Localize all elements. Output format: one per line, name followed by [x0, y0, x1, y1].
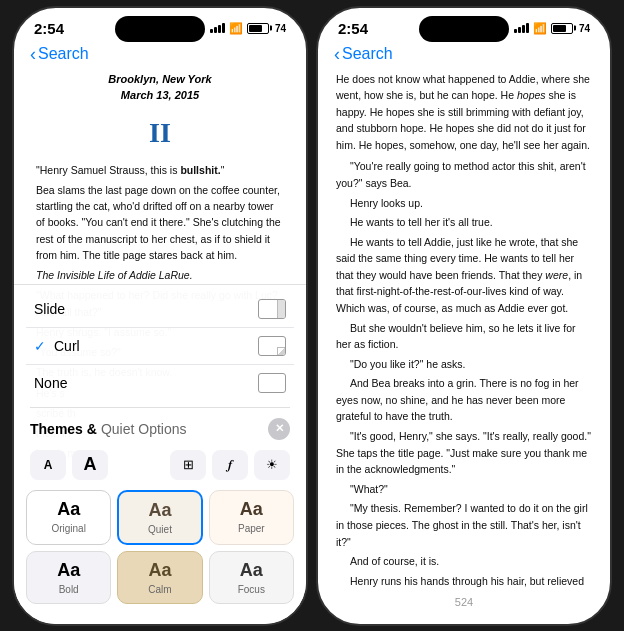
para-1: "Henry Samuel Strauss, this is bullshit.…	[36, 162, 284, 178]
divider-2	[26, 364, 294, 365]
slide-icon	[258, 299, 286, 319]
r-para-12: And of course, it is.	[336, 553, 592, 570]
wifi-icon-right: 📶	[533, 22, 547, 35]
status-bar-left: 2:54 📶 74	[14, 8, 306, 41]
dynamic-island-right	[419, 16, 509, 42]
theme-bold-preview: Aa	[57, 560, 80, 581]
nav-bar-left: ‹ Search	[14, 41, 306, 71]
theme-bold-label: Bold	[59, 584, 79, 595]
r-para-5: He wants to tell Addie, just like he wro…	[336, 234, 592, 317]
theme-original[interactable]: Aa Original	[26, 490, 111, 545]
none-icon	[258, 373, 286, 393]
page-number: 524	[318, 588, 610, 624]
r-para-6: But she wouldn't believe him, so he lets…	[336, 320, 592, 353]
close-button[interactable]: ✕	[268, 418, 290, 440]
r-para-9: "It's good, Henry," she says. "It's real…	[336, 428, 592, 478]
columns-button[interactable]: ⊞	[170, 450, 206, 480]
theme-paper[interactable]: Aa Paper	[209, 490, 294, 545]
theme-quiet[interactable]: Aa Quiet	[117, 490, 202, 545]
book-location-line2: March 13, 2015	[36, 87, 284, 104]
font-controls-row: A A ⊞ 𝒇 ☀	[14, 446, 306, 486]
panel-divider	[30, 407, 290, 408]
battery-text-left: 74	[275, 23, 286, 34]
theme-paper-preview: Aa	[240, 499, 263, 520]
theme-original-preview: Aa	[57, 499, 80, 520]
none-option[interactable]: None	[26, 367, 294, 399]
r-para-11: "My thesis. Remember? I wanted to do it …	[336, 500, 592, 550]
book-content-right: He does not know what happened to Addie,…	[318, 71, 610, 588]
back-label-right: Search	[342, 45, 393, 63]
curl-row-content: ✓ Curl	[34, 338, 80, 354]
theme-focus[interactable]: Aa Focus	[209, 551, 294, 604]
theme-quiet-preview: Aa	[148, 500, 171, 521]
bottom-panel: Slide ✓ Curl	[14, 284, 306, 624]
dynamic-island-left	[115, 16, 205, 42]
theme-paper-label: Paper	[238, 523, 265, 534]
para-3: The Invisible Life of Addie LaRue.	[36, 267, 284, 283]
back-label-left: Search	[38, 45, 89, 63]
slide-option[interactable]: Slide	[26, 293, 294, 325]
phone-left: 2:54 📶 74	[12, 6, 308, 626]
r-para-2: "You're really going to method actor thi…	[336, 158, 592, 191]
page-turn-section: Slide ✓ Curl	[14, 293, 306, 403]
font-family-button[interactable]: 𝒇	[212, 450, 248, 480]
r-para-1: He does not know what happened to Addie,…	[336, 71, 592, 154]
status-icons-right: 📶 74	[514, 22, 590, 35]
back-chevron-left: ‹	[30, 45, 36, 63]
signal-icon-right	[514, 23, 529, 33]
book-location-line1: Brooklyn, New York	[36, 71, 284, 88]
nav-bar-right: ‹ Search	[318, 41, 610, 71]
font-large-button[interactable]: A	[72, 450, 108, 480]
themes-title: Themes &	[30, 421, 97, 437]
theme-quiet-label: Quiet	[148, 524, 172, 535]
battery-text-right: 74	[579, 23, 590, 34]
r-para-10: "What?"	[336, 481, 592, 498]
r-para-3: Henry looks up.	[336, 195, 592, 212]
battery-right	[551, 23, 573, 34]
wifi-icon-left: 📶	[229, 22, 243, 35]
font-size-controls: A A	[30, 450, 108, 480]
font-small-button[interactable]: A	[30, 450, 66, 480]
curl-label: Curl	[54, 338, 80, 354]
theme-grid: Aa Original Aa Quiet Aa Paper	[14, 486, 306, 616]
r-para-13: Henry runs his hands through his hair, b…	[336, 573, 592, 588]
theme-original-label: Original	[51, 523, 85, 534]
para-2: Bea slams the last page down on the coff…	[36, 182, 284, 263]
theme-focus-preview: Aa	[240, 560, 263, 581]
battery-left	[247, 23, 269, 34]
time-left: 2:54	[34, 20, 64, 37]
brightness-button[interactable]: ☀	[254, 450, 290, 480]
chapter-number: II	[36, 112, 284, 154]
time-right: 2:54	[338, 20, 368, 37]
curl-icon	[258, 336, 286, 356]
status-icons-left: 📶 74	[210, 22, 286, 35]
themes-header-row: Themes & Quiet Options ✕	[14, 412, 306, 446]
quiet-options-label: Quiet Options	[101, 421, 187, 437]
theme-bold[interactable]: Aa Bold	[26, 551, 111, 604]
checkmark-icon: ✓	[34, 338, 46, 354]
theme-calm-preview: Aa	[148, 560, 171, 581]
r-para-8: And Bea breaks into a grin. There is no …	[336, 375, 592, 425]
r-para-7: "Do you like it?" he asks.	[336, 356, 592, 373]
slide-label: Slide	[34, 301, 65, 317]
r-para-4: He wants to tell her it's all true.	[336, 214, 592, 231]
book-header-left: Brooklyn, New York March 13, 2015	[36, 71, 284, 104]
theme-focus-label: Focus	[238, 584, 265, 595]
back-button-left[interactable]: ‹ Search	[30, 45, 89, 63]
none-label: None	[34, 375, 67, 391]
signal-icon-left	[210, 23, 225, 33]
theme-calm-label: Calm	[148, 584, 171, 595]
status-bar-right: 2:54 📶 74	[318, 8, 610, 41]
themes-title-group: Themes & Quiet Options	[30, 421, 187, 437]
theme-calm[interactable]: Aa Calm	[117, 551, 202, 604]
phone-right: 2:54 📶 74	[316, 6, 612, 626]
back-chevron-right: ‹	[334, 45, 340, 63]
curl-option[interactable]: ✓ Curl	[26, 330, 294, 362]
divider-1	[26, 327, 294, 328]
back-button-right[interactable]: ‹ Search	[334, 45, 393, 63]
text-controls: ⊞ 𝒇 ☀	[170, 450, 290, 480]
